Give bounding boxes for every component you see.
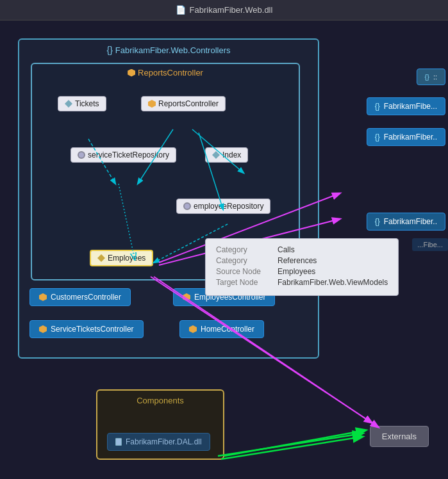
canvas: {} FabrikamFiber.Web.Controllers Reports… <box>0 20 448 479</box>
employees-label: Employees <box>108 254 145 263</box>
rb1-icon: {} <box>425 73 429 81</box>
str-label: serviceTicketRepository <box>88 150 169 159</box>
stc-label: ServiceTicketsController <box>51 325 134 334</box>
ec-icon <box>183 293 190 301</box>
right-box-4[interactable]: {} FabrikamFiber.. <box>367 213 445 231</box>
tickets-node[interactable]: Tickets <box>58 96 106 111</box>
externals-label: Externals <box>382 432 417 441</box>
hc-label: HomeController <box>201 325 254 334</box>
stc-icon <box>39 325 47 333</box>
tooltip-row-3: Target Node FabrikamFiber.Web.ViewModels <box>216 278 388 287</box>
outer-namespace-box: {} FabrikamFiber.Web.Controllers Reports… <box>18 38 319 359</box>
service-ticket-repo-node[interactable]: serviceTicketRepository <box>71 147 176 163</box>
rb2-icon: {} <box>375 102 380 111</box>
tooltip-row-0: Category Calls <box>216 245 388 254</box>
outer-box-text: FabrikamFiber.Web.Controllers <box>115 45 231 55</box>
svg-line-11 <box>221 437 362 459</box>
index-label: Index <box>222 150 241 159</box>
tooltip-key-1: Category <box>216 256 267 265</box>
employees-node[interactable]: Employees <box>90 250 153 266</box>
rb4-label: FabrikamFiber.. <box>384 217 437 226</box>
svg-line-12 <box>224 430 365 456</box>
rb2-label: FabrikamFibe... <box>384 102 437 111</box>
rctrl-label: ReportsController <box>158 99 219 108</box>
externals-box[interactable]: Externals <box>370 426 429 447</box>
tooltip-row-1: Category References <box>216 256 388 265</box>
outer-box-label: {} FabrikamFiber.Web.Controllers <box>106 45 230 55</box>
tooltip-val-3: FabrikamFiber.Web.ViewModels <box>278 278 388 287</box>
tooltip-panel: Category Calls Category References Sourc… <box>205 238 399 296</box>
rb3-label: FabrikamFiber.. <box>384 133 437 142</box>
home-controller-btn[interactable]: HomeController <box>179 320 264 338</box>
dal-label: FabrikamFiber.DAL.dll <box>126 437 202 446</box>
er-label: employeeRepository <box>194 202 263 211</box>
tooltip-key-3: Target Node <box>216 278 267 287</box>
svg-line-10 <box>218 434 362 456</box>
cc-icon <box>39 293 47 301</box>
rb3-icon: {} <box>375 133 380 142</box>
rb1-label: :: <box>433 73 437 81</box>
components-label: Components <box>137 396 184 405</box>
right-partial-label: ...Fibe... <box>412 238 448 251</box>
title-file-icon: 📄 <box>176 5 186 15</box>
components-text: Components <box>137 396 184 405</box>
tooltip-val-1: References <box>278 256 317 265</box>
index-icon <box>212 151 220 159</box>
right-box-1[interactable]: {} :: <box>417 69 445 85</box>
controller-icon <box>128 69 135 77</box>
dal-icon <box>115 438 122 446</box>
tooltip-row-2: Source Node Employees <box>216 267 388 276</box>
str-icon <box>78 151 85 159</box>
hc-icon <box>189 325 197 333</box>
employee-repo-node[interactable]: employeeRepository <box>176 199 270 214</box>
title-bar: 📄 FabrikamFiber.Web.dll <box>0 0 448 20</box>
reports-controller-node[interactable]: ReportsController <box>141 96 226 111</box>
title-label: FabrikamFiber.Web.dll <box>190 5 273 15</box>
tooltip-val-0: Calls <box>278 245 295 254</box>
inner-box-text: ReportsController <box>138 68 203 77</box>
service-tickets-controller-btn[interactable]: ServiceTicketsController <box>29 320 144 338</box>
customers-controller-btn[interactable]: CustomersController <box>29 288 131 306</box>
tooltip-val-2: Employees <box>278 267 315 276</box>
emp-icon <box>97 254 105 262</box>
dal-box[interactable]: FabrikamFiber.DAL.dll <box>107 433 210 451</box>
index-node[interactable]: Index <box>205 147 248 163</box>
tooltip-key-2: Source Node <box>216 267 267 276</box>
tickets-icon <box>65 100 72 108</box>
rb4-icon: {} <box>375 217 380 226</box>
cc-label: CustomersController <box>51 293 121 302</box>
right-box-3[interactable]: {} FabrikamFiber.. <box>367 128 445 146</box>
er-icon <box>183 202 191 210</box>
tickets-label: Tickets <box>75 99 99 108</box>
rctrl-icon <box>148 100 156 108</box>
inner-box-label: ReportsController <box>128 68 203 77</box>
right-box-2[interactable]: {} FabrikamFibe... <box>367 97 445 115</box>
namespace-icon: {} <box>106 45 112 55</box>
tooltip-key-0: Category <box>216 245 267 254</box>
components-box: Components FabrikamFiber.DAL.dll <box>96 389 224 460</box>
